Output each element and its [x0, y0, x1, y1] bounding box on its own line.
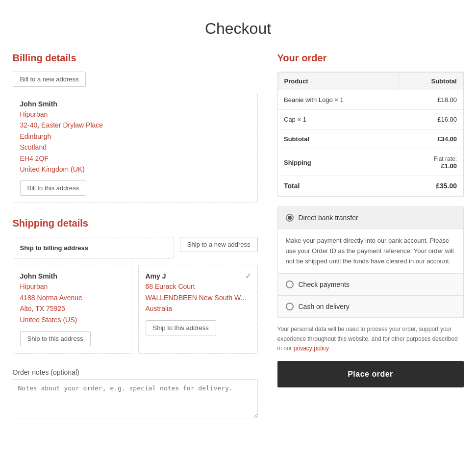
subtotal-row: Subtotal £34.00 [278, 129, 463, 149]
cod-label: Cash on delivery [299, 303, 350, 310]
privacy-policy-link[interactable]: privacy policy [294, 345, 328, 352]
billing-address-line2: 32-40, Easter Drylaw Place [20, 121, 103, 129]
shipping-address2-line2: WALLENDBEEN New South W... [146, 294, 247, 302]
shipping-address1-city-state: Alto, TX 75925 [20, 305, 65, 312]
col-subtotal-header: Subtotal [399, 73, 463, 90]
bill-new-address-button[interactable]: Bill to a new address [13, 72, 86, 87]
ship-new-address-button[interactable]: Ship to a new address [180, 237, 258, 252]
order-item-1: Beanie with Logo × 1 £18.00 [278, 90, 463, 110]
shipping-address1-name: John Smith [20, 272, 125, 280]
item2-name: Cap × 1 [278, 110, 399, 129]
place-order-button[interactable]: Place order [277, 361, 464, 387]
ship-to-address2-button[interactable]: Ship to this address [146, 320, 216, 335]
ship-to-address1-button[interactable]: Ship to this address [20, 331, 91, 346]
shipping-row: Shipping Flat rate: £1.00 [278, 149, 463, 176]
billing-address-postcode: EH4 2QF [20, 154, 49, 162]
total-value: £35.00 [399, 176, 463, 196]
order-item-2: Cap × 1 £16.00 [278, 110, 463, 129]
total-label: Total [278, 176, 399, 196]
subtotal-value: £34.00 [399, 129, 463, 149]
col-product-header: Product [278, 73, 399, 90]
radio-check [286, 281, 294, 288]
item1-name: Beanie with Logo × 1 [278, 90, 399, 110]
billing-address-country: United Kingdom (UK) [20, 165, 85, 173]
shipping-address2-name: Amy J [146, 272, 251, 280]
payment-section: Direct bank transfer Make your payment d… [277, 206, 464, 318]
shipping-address2-line1: 68 Eurack Court [146, 282, 195, 290]
bill-to-address-button[interactable]: Bill to this address [20, 180, 87, 196]
direct-bank-label: Direct bank transfer [299, 214, 358, 222]
order-notes-label: Order notes (optional) [13, 368, 258, 376]
your-order-title: Your order [277, 52, 464, 64]
selected-check-icon: ✓ [245, 271, 251, 281]
payment-option-direct-bank[interactable]: Direct bank transfer [278, 207, 463, 229]
page-title: Checkout [0, 0, 476, 52]
radio-cod [286, 303, 294, 310]
shipping-label: Shipping [278, 149, 399, 176]
check-payments-label: Check payments [299, 281, 350, 288]
ship-to-billing-label: Ship to billing address [20, 244, 167, 252]
subtotal-label: Subtotal [278, 129, 399, 149]
radio-direct-bank [286, 214, 294, 222]
shipping-address-card-2: ✓ Amy J 68 Eurack Court WALLENDBEEN New … [138, 265, 258, 354]
shipping-address1-line2: 4188 Norma Avenue [20, 294, 82, 302]
payment-option-check[interactable]: Check payments [278, 274, 463, 296]
item1-price: £18.00 [399, 90, 463, 110]
shipping-address-card-1: John Smith Hipurban 4188 Norma Avenue Al… [13, 265, 132, 354]
shipping-address2-country: Australia [146, 305, 172, 312]
shipping-section-title: Shipping details [13, 218, 258, 229]
direct-bank-description: Make your payment directly into our bank… [278, 229, 463, 274]
order-table: Product Subtotal Beanie with Logo × 1 £1… [278, 72, 463, 196]
order-notes-input[interactable] [13, 379, 258, 418]
payment-option-cod[interactable]: Cash on delivery [278, 296, 463, 317]
billing-section-title: Billing details [13, 52, 258, 64]
total-row: Total £35.00 [278, 176, 463, 196]
billing-address-region: Scotland [20, 143, 47, 151]
billing-address-card: John Smith Hipurban 32-40, Easter Drylaw… [13, 93, 258, 203]
shipping-address1-country: United States (US) [20, 316, 77, 324]
billing-address-line1: Hipurban [20, 110, 48, 118]
ship-to-billing-tab[interactable]: Ship to billing address [13, 237, 174, 259]
shipping-address1-line1: Hipurban [20, 282, 48, 290]
shipping-value: Flat rate: £1.00 [399, 149, 463, 176]
billing-address-city: Edinburgh [20, 132, 51, 140]
billing-address-name: John Smith [20, 100, 251, 108]
privacy-note: Your personal data will be used to proce… [277, 325, 464, 353]
item2-price: £16.00 [399, 110, 463, 129]
